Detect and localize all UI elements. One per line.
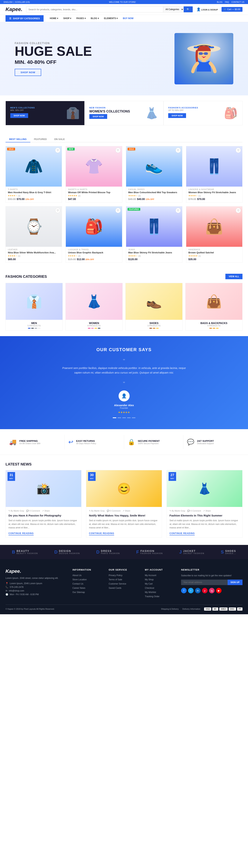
login-link[interactable]: 👤 LOGIN & SIGNUP: [196, 7, 218, 11]
promo-women-tag: NEW FASHION: [89, 106, 130, 109]
footer-link-saved[interactable]: Saved Cards: [109, 587, 121, 589]
brand-beauty[interactable]: B BEAUTY BEAUTY FASHION: [12, 550, 38, 555]
tab-best-selling[interactable]: BEST SELLING: [5, 136, 30, 143]
product-name[interactable]: Men Blue Colourblocked Mid Top Sneakers: [128, 191, 180, 194]
hero-shop-now-button[interactable]: SHOP NOW: [15, 69, 41, 76]
category-card-men[interactable]: 👔 MEN 5 PRODUCTS: [5, 283, 63, 331]
product-name[interactable]: Men Hooded Navy Blue & Grey T-Shirt: [8, 191, 60, 194]
footer-link-terms[interactable]: Terms of Sale: [109, 578, 122, 581]
news-day: 31: [9, 473, 13, 477]
dot-5[interactable]: [132, 417, 136, 418]
wishlist-button[interactable]: ♡: [236, 148, 241, 153]
product-name[interactable]: Women Blue Skinny Fit Stretchable Jeans: [188, 191, 240, 194]
language-selector[interactable]: ENGLISH: [4, 1, 12, 3]
footer-link-contact[interactable]: Contact Us: [73, 583, 83, 585]
category-card-women[interactable]: 👗 WOMEN 8 PRODUCTS: [65, 283, 122, 331]
footer-link-about[interactable]: About Us: [73, 574, 81, 577]
brand-dress[interactable]: D DRESS PARIS FASHION: [97, 550, 120, 555]
linkedin-icon[interactable]: in: [195, 588, 200, 593]
nav-buy-now[interactable]: BUY NOW: [120, 15, 136, 22]
brand-jacket[interactable]: J JACKET JACKET FASHION: [179, 550, 204, 555]
color-dot: [213, 328, 215, 329]
continue-reading-link[interactable]: CONTINUE READING: [169, 532, 195, 535]
category-card-shoes[interactable]: 👞 SHOES 3 PRODUCTS: [126, 283, 183, 331]
youtube-icon[interactable]: ▶: [216, 588, 222, 593]
product-name[interactable]: Niva Blue Silver White Multifunction Ana…: [8, 251, 60, 254]
promo-acc-btn[interactable]: Shop Now: [168, 113, 186, 118]
product-name[interactable]: Brown Quilted Satchel: [188, 251, 240, 254]
nav-elements[interactable]: ELEMENTS ▾: [102, 15, 120, 22]
view-all-button[interactable]: VIEW ALL: [225, 274, 243, 279]
footer-link-my-shop[interactable]: My Shop: [145, 578, 154, 581]
news-title: Notify What Makes You Happy, Smile More!: [89, 514, 159, 517]
footer-link-career[interactable]: Career News: [73, 587, 85, 589]
category-card-bags[interactable]: 👜 BAGS & BACKPACKS 4 PRODUCTS: [185, 283, 243, 331]
news-image-icon: 📸: [36, 482, 50, 495]
product-category: LEATHER: [8, 249, 60, 251]
blog-link[interactable]: BLOG: [217, 1, 223, 3]
footer-logo[interactable]: Kapee.: [5, 568, 67, 574]
dot-3[interactable]: [122, 417, 126, 418]
footer-link-privacy[interactable]: Privacy Policy: [109, 574, 122, 577]
footer-link-store[interactable]: Store Location: [73, 578, 87, 581]
nav-pages[interactable]: PAGES ▾: [74, 15, 88, 22]
delivery-information-link[interactable]: Delivery Information: [182, 608, 200, 610]
feature-payment: 🔒 SECURE PAYMENT 100% Secure Payment: [124, 435, 183, 449]
shop-by-categories[interactable]: ☰ SHOP BY CATEGORIES: [5, 15, 44, 22]
logo[interactable]: Kapee.: [5, 6, 22, 12]
continue-reading-link[interactable]: CONTINUE READING: [8, 532, 34, 535]
tab-on-sale[interactable]: ON SALE: [50, 136, 68, 143]
category-select[interactable]: All Categories: [163, 6, 184, 12]
product-badge: SALE: [7, 148, 15, 150]
footer-link-sitemap[interactable]: Our Sitemap: [73, 591, 85, 593]
dot-1[interactable]: [113, 417, 116, 418]
wishlist-button[interactable]: ♡: [236, 208, 241, 213]
tab-featured[interactable]: FEATURED: [30, 136, 51, 143]
shipping-delivery-link[interactable]: Shipping & Delivery: [161, 608, 179, 610]
old-price: $46.00: [128, 197, 136, 200]
contact-link[interactable]: CONTACT US: [231, 1, 244, 3]
footer-link-checkout[interactable]: Checkout: [145, 587, 154, 589]
twitter-icon[interactable]: t: [188, 588, 194, 593]
dot-2[interactable]: [117, 417, 121, 418]
svg-rect-7: [202, 60, 206, 62]
facebook-icon[interactable]: f: [181, 588, 187, 593]
pinterest-icon[interactable]: p: [202, 588, 208, 593]
wishlist-button[interactable]: ♡: [175, 148, 181, 153]
newsletter-signup-button[interactable]: SIGN UP: [228, 580, 243, 585]
newsletter-email-input[interactable]: [181, 580, 228, 585]
footer-address: 📍 Lorem Ipsum, 2046 Lorem Ipsum: [5, 582, 67, 585]
product-name[interactable]: Woman Off White Printed Blouse Top: [68, 191, 120, 194]
category-count: 4 PRODUCTS: [187, 324, 241, 327]
dot-4[interactable]: [127, 417, 131, 418]
wishlist-button[interactable]: ♡: [115, 208, 120, 213]
product-category: CASUAL SHOES: [128, 188, 180, 190]
svg-rect-4: [199, 52, 203, 55]
continue-reading-link[interactable]: CONTINUE READING: [89, 532, 114, 535]
product-name[interactable]: Man Blue Skinny Fit Stretchable Jeans: [128, 251, 180, 254]
promo-men-btn[interactable]: Shop Now: [10, 113, 28, 118]
footer-link-tracking[interactable]: Tracking Order: [145, 595, 160, 598]
search-button[interactable]: 🔍: [184, 6, 193, 12]
brand-shoes[interactable]: S SHOES SHOES...: [221, 550, 236, 555]
wishlist-button[interactable]: ♡: [115, 148, 120, 153]
instagram-icon[interactable]: ig: [209, 588, 215, 593]
search-input[interactable]: [26, 6, 163, 12]
footer-link-my-account[interactable]: My Account: [145, 574, 156, 577]
faq-link[interactable]: FAQ: [225, 1, 229, 3]
wishlist-button[interactable]: ♡: [175, 208, 181, 213]
footer-link-customer[interactable]: Customer Service: [109, 583, 126, 585]
product-price: $35.00: [188, 258, 240, 261]
nav-shop[interactable]: SHOP ▾: [61, 15, 74, 22]
currency-selector[interactable]: $ DOLLAR (US): [15, 1, 30, 3]
product-name[interactable]: Unisex Blue Graphic Backpack: [68, 251, 120, 254]
footer-link-wishlist[interactable]: My Wishlist: [145, 591, 156, 593]
brand-design[interactable]: D DESIGN DESIGN FASHION: [54, 550, 80, 555]
nav-blog[interactable]: BLOG ▾: [88, 15, 102, 22]
promo-women-btn[interactable]: Shop Now: [89, 114, 107, 119]
news-date: 31 MAY: [7, 472, 15, 481]
nav-home[interactable]: HOME ▾: [47, 15, 61, 22]
cart-button[interactable]: 🛒 Cart — $0.00: [222, 7, 243, 12]
brand-fashion[interactable]: F FASHION FASHION FASHION: [136, 550, 163, 555]
footer-link-my-cart[interactable]: My Cart: [145, 583, 153, 585]
